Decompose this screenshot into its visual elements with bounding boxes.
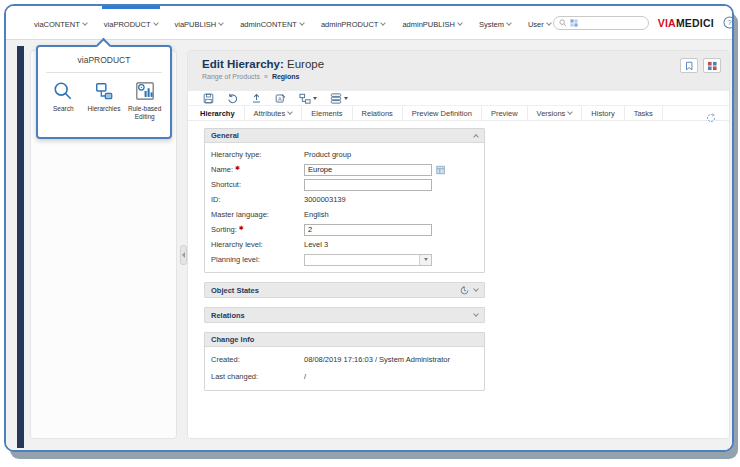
section-general-header[interactable]: General: [205, 129, 484, 143]
field-shortcut: Shortcut:: [211, 177, 478, 192]
breadcrumb: Range of Products » Regions: [202, 73, 717, 80]
refresh-icon: [706, 113, 716, 123]
menu-item-user[interactable]: User: [526, 6, 553, 39]
sorting-input[interactable]: [304, 224, 432, 236]
top-menubar: viaCONTENT viaPRODUCT viaPUBLISH adminCO…: [6, 6, 732, 40]
master-language-value: English: [304, 210, 329, 219]
undo-button[interactable]: [227, 93, 238, 104]
section-object-states-header[interactable]: Object States: [205, 283, 484, 297]
colored-grid-icon: [707, 61, 718, 71]
page-header: Edit Hierarchy: Europe Range of Products…: [188, 51, 729, 91]
tab-hierarchy[interactable]: Hierarchy: [191, 106, 245, 120]
mega-menu-items: Search Hierarchies Rule-based Editing: [38, 73, 170, 121]
node-graph-icon: [299, 93, 311, 104]
search-input[interactable]: [581, 19, 643, 26]
page-title: Edit Hierarchy: Europe: [202, 58, 717, 70]
tab-history[interactable]: History: [582, 106, 624, 120]
database-icon: [330, 93, 342, 104]
viamedici-logo: VIAMEDICI: [658, 17, 714, 29]
field-created: Created: 08/08/2019 17:16:03 / System Ad…: [211, 351, 478, 368]
field-planning-level: Planning level:: [211, 252, 478, 267]
edit-hierarchy-panel: Edit Hierarchy: Europe Range of Products…: [187, 50, 730, 439]
field-id: ID: 3000003139: [211, 192, 478, 207]
workspace: Edit Hierarchy: Europe Range of Products…: [6, 40, 732, 452]
section-relations: Relations: [204, 307, 485, 323]
chevron-down-icon: [568, 109, 574, 115]
header-actions: [680, 58, 721, 73]
planning-level-select[interactable]: [304, 254, 432, 266]
breadcrumb-parent[interactable]: Range of Products: [202, 73, 260, 80]
last-changed-value: /: [304, 372, 306, 381]
subscribe-button[interactable]: [680, 58, 698, 73]
chevron-down-icon: [82, 20, 88, 26]
hierarchy-actions-button[interactable]: [299, 93, 317, 104]
menu-item-viaproduct[interactable]: viaPRODUCT: [102, 6, 160, 39]
save-button[interactable]: [203, 93, 214, 104]
tab-attributes[interactable]: Attributes: [245, 106, 303, 120]
main-menu: viaCONTENT viaPRODUCT viaPUBLISH adminCO…: [32, 6, 553, 39]
tab-bar: Hierarchy Attributes Elements Relations …: [188, 105, 729, 121]
section-object-states: Object States: [204, 282, 485, 298]
flag-icon: [684, 61, 694, 71]
section-general: General Hierarchy type: Product group Na…: [204, 128, 485, 273]
chevron-down-icon: [313, 97, 317, 100]
chevron-down-icon: [506, 20, 512, 26]
left-accent-bar: [17, 46, 24, 448]
undo-icon: [227, 93, 238, 104]
menubar-right: VIAMEDICI ?: [553, 6, 734, 39]
chevron-down-icon: [381, 20, 387, 26]
panel-splitter[interactable]: [180, 245, 187, 265]
translate-button[interactable]: A: [275, 93, 286, 104]
required-marker: ✱: [239, 224, 244, 234]
help-icon: ?: [723, 16, 734, 29]
app-window: viaCONTENT viaPRODUCT viaPUBLISH adminCO…: [4, 4, 734, 452]
import-button[interactable]: [251, 93, 262, 104]
help-button[interactable]: ?: [723, 16, 734, 29]
tab-versions[interactable]: Versions: [528, 106, 583, 120]
mega-item-search[interactable]: Search: [43, 81, 84, 121]
rule-based-editing-icon: [135, 81, 155, 101]
menu-item-admincontent[interactable]: adminCONTENT: [238, 6, 306, 39]
id-value: 3000003139: [304, 195, 346, 204]
chevron-down-icon: [218, 20, 224, 26]
section-change-info-header[interactable]: Change Info: [205, 333, 484, 347]
menu-item-viapublish[interactable]: viaPUBLISH: [173, 6, 226, 39]
menu-item-adminproduct[interactable]: adminPRODUCT: [319, 6, 388, 39]
field-last-changed: Last changed: /: [211, 368, 478, 385]
data-actions-button[interactable]: [330, 93, 348, 104]
chevron-down-icon: [457, 20, 463, 26]
save-icon: [203, 93, 214, 104]
collapse-left-icon: [182, 252, 185, 258]
menu-item-viacontent[interactable]: viaCONTENT: [32, 6, 89, 39]
required-marker: ✱: [235, 164, 240, 174]
field-name: Name:✱: [211, 162, 478, 177]
chevron-down-icon: [287, 109, 293, 115]
tab-relations[interactable]: Relations: [353, 106, 403, 120]
tab-preview-definition[interactable]: Preview Definition: [403, 106, 482, 120]
toolbar: A: [188, 91, 729, 105]
field-sorting: Sorting:✱: [211, 222, 478, 237]
tab-tasks[interactable]: Tasks: [625, 106, 663, 120]
mega-item-rule-based-editing[interactable]: Rule-based Editing: [124, 81, 165, 121]
history-icon: [460, 286, 469, 295]
chevron-down-icon: [344, 97, 348, 100]
refresh-button[interactable]: [706, 109, 716, 127]
shortcut-input[interactable]: [304, 179, 432, 191]
menu-item-adminpublish[interactable]: adminPUBLISH: [400, 6, 464, 39]
related-objects-button[interactable]: [703, 58, 721, 73]
name-input[interactable]: [304, 164, 432, 176]
mega-item-hierarchies[interactable]: Hierarchies: [84, 81, 125, 121]
global-search[interactable]: [553, 16, 649, 30]
form-content: General Hierarchy type: Product group Na…: [188, 121, 729, 439]
upload-icon: [251, 93, 262, 104]
breadcrumb-separator: »: [264, 73, 268, 80]
field-master-language: Master language: English: [211, 207, 478, 222]
chevron-down-icon: [299, 20, 305, 26]
menu-item-system[interactable]: System: [477, 6, 513, 39]
section-relations-header[interactable]: Relations: [205, 308, 484, 322]
tab-preview[interactable]: Preview: [482, 106, 528, 120]
name-translations-button[interactable]: [435, 164, 446, 175]
search-icon: [53, 81, 73, 101]
chevron-down-icon: [473, 311, 479, 317]
tab-elements[interactable]: Elements: [302, 106, 352, 120]
